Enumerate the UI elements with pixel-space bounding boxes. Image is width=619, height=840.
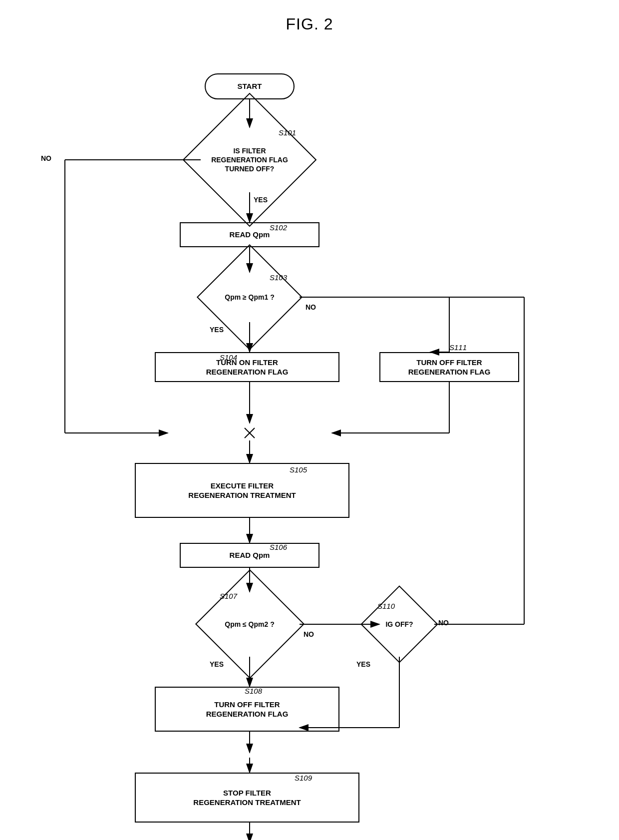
- s101-label: S101: [279, 128, 296, 137]
- start-label: START: [238, 81, 262, 91]
- s101-text: IS FILTER REGENERATION FLAG TURNED OFF?: [211, 146, 288, 174]
- page-title: FIG. 2: [0, 0, 619, 43]
- yes-label-s103: YES: [210, 326, 224, 334]
- s107-diamond-wrap: Qpm ≤ Qpm2 ?: [170, 592, 329, 657]
- yes-label-s110: YES: [356, 660, 370, 668]
- s101-diamond-wrap: IS FILTER REGENERATION FLAG TURNED OFF?: [155, 127, 344, 192]
- s107-text: Qpm ≤ Qpm2 ?: [225, 620, 274, 629]
- s105-label: S105: [290, 465, 307, 474]
- no-label-s107: NO: [304, 630, 314, 638]
- no-label-s101: NO: [41, 154, 51, 162]
- s110-text: IG OFF?: [385, 620, 413, 629]
- s109-shape: STOP FILTER REGENERATION TREATMENT: [135, 773, 359, 823]
- s103-diamond-wrap: Qpm ≥ Qpm1 ?: [170, 272, 329, 322]
- no-label-s110: NO: [438, 619, 449, 627]
- s110-label: S110: [377, 602, 395, 610]
- s102-shape: READ Qpm: [180, 222, 319, 247]
- yes-label-s101: YES: [254, 196, 268, 204]
- s110-diamond-wrap: IG OFF?: [344, 602, 454, 647]
- s106-shape: READ Qpm: [180, 543, 319, 568]
- s103-label: S103: [270, 273, 287, 282]
- no-label-s103: NO: [306, 303, 316, 311]
- yes-label-s107: YES: [210, 660, 224, 668]
- svg-line-29: [245, 428, 255, 438]
- s111-shape: TURN OFF FILTER REGENERATION FLAG: [379, 352, 519, 382]
- diagram-container: START IS FILTER REGENERATION FLAG TURNED…: [0, 43, 619, 840]
- s111-label: S111: [449, 343, 467, 352]
- s104-shape: TURN ON FILTER REGENERATION FLAG: [155, 352, 339, 382]
- s103-text: Qpm ≥ Qpm1 ?: [225, 293, 274, 302]
- svg-line-28: [245, 428, 255, 438]
- s109-label: S109: [295, 774, 312, 782]
- s107-label: S107: [220, 592, 237, 600]
- s106-label: S106: [270, 543, 287, 551]
- s105-shape: EXECUTE FILTER REGENERATION TREATMENT: [135, 463, 349, 518]
- s108-label: S108: [245, 687, 262, 695]
